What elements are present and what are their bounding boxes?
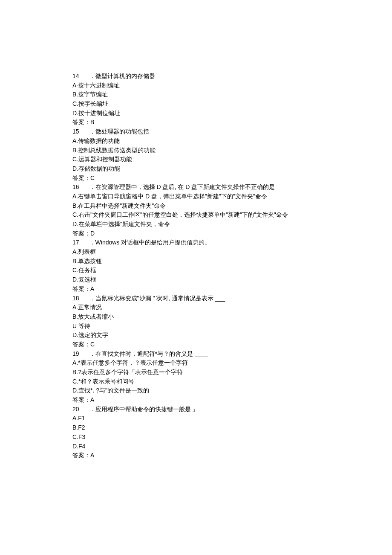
question-option: B.放大或者缩小 — [72, 312, 392, 322]
question-text: ．微处理器的功能包括 — [89, 128, 149, 135]
question-block: 16．在资源管理器中，选择 D 盘后, 在 D 盘下新建文件夹操作不正确的是 _… — [72, 183, 392, 238]
question-option: A.传输数据的功能 — [72, 137, 392, 146]
question-text: ．应用程序中帮助命令的快捷键一般是 」 — [89, 406, 199, 413]
question-block: 18．当鼠标光标变成"沙漏 " 状时, 通常情况是表示 ___A.正常情况B.放… — [72, 294, 392, 349]
question-option: U 等待 — [72, 322, 392, 331]
question-block: 20．应用程序中帮助命令的快捷键一般是 」A.F1B.F2C.F3D.F4答案：… — [72, 405, 392, 460]
question-number: 19 — [72, 349, 79, 359]
question-option: B.控制总线数据传送类型的功能 — [72, 146, 392, 155]
question-stem: 19．在直找文件时，通配符*与？的含义是 ____ — [72, 349, 392, 359]
question-option: C.右击"文件夹窗口工作区"的任意空白处，选择快捷菜单中"新建"下的"文件夹"命… — [72, 210, 392, 220]
question-option: B.按字节编址 — [72, 90, 392, 99]
question-stem: 15．微处理器的功能包括 — [72, 127, 392, 137]
question-number: 15 — [72, 127, 79, 137]
question-answer: 答案：C — [72, 340, 392, 349]
question-answer: 答案：B — [72, 118, 392, 127]
question-option: B.单选按钮 — [72, 257, 392, 266]
question-stem: 18．当鼠标光标变成"沙漏 " 状时, 通常情况是表示 ___ — [72, 294, 392, 303]
document-body: 14．微型计算机的内存储器A·按十六进制编址B.按字节编址C.按字长编址D.按十… — [72, 72, 392, 460]
question-text: ．当鼠标光标变成"沙漏 " 状时, 通常情况是表示 ___ — [89, 295, 225, 302]
question-option: D.选定的文字 — [72, 331, 392, 340]
question-option: C.运算器和控制器功能 — [72, 155, 392, 164]
question-number: 18 — [72, 294, 79, 303]
question-block: 14．微型计算机的内存储器A·按十六进制编址B.按字节编址C.按字长编址D.按十… — [72, 72, 392, 127]
question-number: 17 — [72, 238, 79, 247]
question-option: D.F4 — [72, 442, 392, 451]
question-answer: 答案：C — [72, 174, 392, 183]
question-option: D.查找*. ?与"的文件是一致的 — [72, 386, 392, 395]
question-option: B.在工具栏中选择"新建文件夹"命令 — [72, 201, 392, 211]
question-option: A.右键单击窗口导航窗格中 D 盘，弹出菜单中选择"新建"下的"文件夹"命令 — [72, 192, 392, 201]
question-option: D.在菜单栏中选择"新建文件夹，命令 — [72, 220, 392, 229]
question-stem: 17．Windows 对话框中的是给用户提供信息的。 — [72, 238, 392, 247]
question-answer: 答案：D — [72, 229, 392, 238]
question-option: D.按十进制位编址 — [72, 109, 392, 118]
question-option: D.存储数据的功能 — [72, 164, 392, 174]
question-text: ．在直找文件时，通配符*与？的含义是 ____ — [89, 350, 208, 357]
question-number: 20 — [72, 405, 79, 414]
question-block: 17．Windows 对话框中的是给用户提供信息的。A.列表框B.单选按钮C.任… — [72, 238, 392, 293]
question-block: 19．在直找文件时，通配符*与？的含义是 ____A.*表示任意多个字符，？表示… — [72, 349, 392, 405]
question-option: C.任务框 — [72, 266, 392, 275]
question-answer: 答案：A — [72, 285, 392, 294]
question-option: C.按字长编址 — [72, 99, 392, 109]
question-text: ．Windows 对话框中的是给用户提供信息的。 — [89, 239, 211, 246]
question-answer: 答案：A — [72, 395, 392, 405]
question-option: B.F2 — [72, 423, 392, 433]
question-option: D.复选框 — [72, 275, 392, 285]
question-option: A.列表框 — [72, 247, 392, 257]
question-option: A.F1 — [72, 414, 392, 423]
question-option: C.*和？表示乘号和问号 — [72, 377, 392, 386]
question-block: 15．微处理器的功能包括A.传输数据的功能B.控制总线数据传送类型的功能C.运算… — [72, 127, 392, 183]
question-number: 14 — [72, 72, 79, 81]
question-option: B.?表示任意多个字符「表示任意一个字符 — [72, 368, 392, 377]
question-option: A.*表示任意多个字符，？表示任意一个字符 — [72, 358, 392, 368]
question-text: ．在资源管理器中，选择 D 盘后, 在 D 盘下新建文件夹操作不正确的是 ___… — [89, 183, 293, 190]
question-option: A·按十六进制编址 — [72, 81, 392, 90]
question-stem: 14．微型计算机的内存储器 — [72, 72, 392, 81]
question-text: ．微型计算机的内存储器 — [89, 73, 155, 79]
question-option: C.F3 — [72, 433, 392, 442]
question-number: 16 — [72, 183, 79, 192]
question-option: A.正常情况 — [72, 303, 392, 312]
question-stem: 20．应用程序中帮助命令的快捷键一般是 」 — [72, 405, 392, 414]
question-answer: 答案：A — [72, 451, 392, 460]
question-stem: 16．在资源管理器中，选择 D 盘后, 在 D 盘下新建文件夹操作不正确的是 _… — [72, 183, 392, 192]
